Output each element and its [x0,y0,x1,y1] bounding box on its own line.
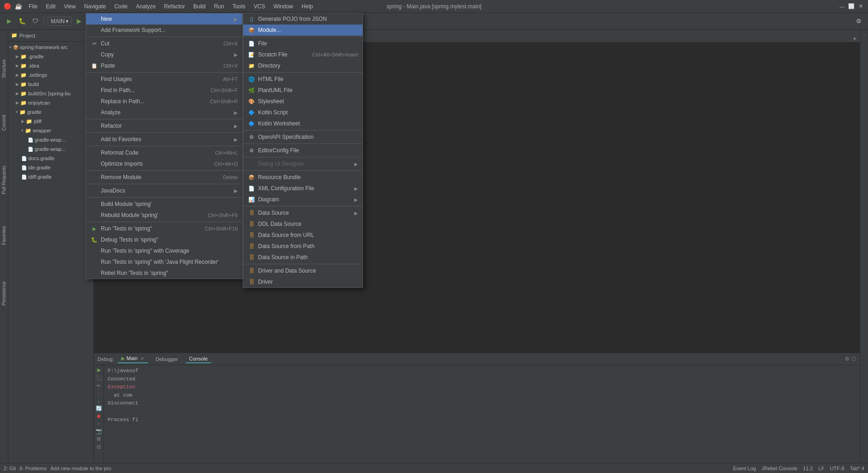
ctx-item-find-path[interactable]: Find in Path... Ctrl+Shift+F [86,85,242,96]
debug-settings-icon[interactable]: ⚙ [845,356,850,362]
minimize-button[interactable]: — [838,3,846,10]
status-problems[interactable]: 6: Problems [19,466,47,471]
status-event-log[interactable]: Event Log [733,466,756,471]
ctx-item-ds-in-path[interactable]: 🗄 Data Source in Path [243,252,363,263]
menu-navigate[interactable]: Navigate [80,2,110,11]
menu-build[interactable]: Build [190,2,209,11]
ctx-item-run-coverage[interactable]: Run 'Tests in 'spring'' with Coverage [86,245,242,256]
ctx-item-data-source[interactable]: 🗄 Data Source ▶ [243,207,363,218]
ctx-item-run-tests[interactable]: ▶ Run 'Tests in 'spring'' Ctrl+Shift+F10 [86,223,242,234]
ctx-item-kotlin-script[interactable]: 🔷 Kotlin Script [243,107,363,118]
ctx-item-rebuild-module[interactable]: Rebuild Module 'spring' Ctrl+Shift+F9 [86,210,242,221]
status-git[interactable]: 2: Git [4,466,16,471]
ctx-item-diagram[interactable]: 📊 Diagram ▶ [243,194,363,205]
tree-item-settings[interactable]: ▶ 📁 .settings [8,70,93,80]
status-jrebel-console[interactable]: JRebel Console [762,466,798,471]
right-panel-toggle[interactable]: › [862,34,867,36]
tree-item-wrapper[interactable]: ▾ 📁 wrapper [8,126,93,135]
ctx-item-ddl-data-source[interactable]: 🗄 DDL Data Source [243,218,363,230]
persistence-tab[interactable]: Persistence [0,280,7,307]
menu-analyze[interactable]: Analyze [132,2,160,11]
ctx-item-driver[interactable]: 🗄 Driver [243,276,363,287]
ctx-item-cut[interactable]: ✂ Cut Ctrl+X [86,38,242,49]
menu-help[interactable]: Help [298,2,317,11]
tree-item-ide-gradle[interactable]: 📄 ide.gradle [8,163,93,172]
tree-item-docs-gradle[interactable]: 📄 docs.gradle [8,154,93,163]
ctx-item-stylesheet[interactable]: 🎨 Stylesheet [243,96,363,107]
ctx-item-directory[interactable]: 📁 Directory [243,60,363,71]
refresh-btn[interactable]: 🔄 [96,405,102,411]
debugger-tab[interactable]: Debugger [152,355,181,363]
collapse-all-btn[interactable]: ⊟ [97,444,101,450]
ctx-item-debug-tests[interactable]: 🐛 Debug 'Tests in 'spring'' [86,234,242,245]
ctx-item-replace-path[interactable]: Replace in Path... Ctrl+Shift+R [86,96,242,107]
tree-item-gradle-folder[interactable]: ▾ 📁 gradle [8,107,93,117]
ctx-item-kotlin-worksheet[interactable]: 🔷 Kotlin Worksheet [243,118,363,129]
ctx-item-reformat[interactable]: Reformat Code Ctrl+Alt+L [86,147,242,158]
ctx-item-javadocs[interactable]: JavaDocs ▶ [86,185,242,196]
tree-item-gradle[interactable]: ▶ 📁 .gradle [8,52,93,61]
tree-item-idiff-gradle[interactable]: 📄 idiff.gradle [8,172,93,181]
ctx-item-driver-ds[interactable]: 🗄 Driver and Data Source [243,265,363,276]
expand-all-btn[interactable]: ⊞ [97,436,101,442]
pull-requests-tab[interactable]: Pull Requests [0,164,7,196]
down-btn[interactable]: ↓ [98,398,100,404]
ctx-item-build-module[interactable]: Build Module 'spring' [86,199,242,210]
ctx-item-analyze[interactable]: Analyze ▶ [86,107,242,118]
tree-item-gradle-wrap1[interactable]: 📄 gradle-wrap... [8,135,93,144]
tree-item-gradle-wrap2[interactable]: 📄 gradle-wrap... [8,144,93,154]
maximize-button[interactable]: ⬜ [848,3,855,10]
tab-overflow[interactable]: ▾ [850,36,860,42]
menu-tools[interactable]: Tools [229,2,249,11]
play-btn[interactable]: ▶ [74,16,85,27]
tree-item-jdiff[interactable]: ▶ 📁 jdiff [8,117,93,126]
ctx-item-new[interactable]: New ▶ [86,13,242,25]
ctx-item-scratch-file[interactable]: 📝 Scratch File Ctrl+Alt+Shift+Insert [243,49,363,60]
close-button[interactable]: ✕ [857,3,864,10]
structure-tab[interactable]: Structure [0,57,7,80]
run-btn[interactable]: ▶ [4,16,15,27]
ctx-item-resource-bundle[interactable]: 📦 Resource Bundle [243,172,363,183]
ctx-item-editorconfig[interactable]: ⚙ EditorConfig File [243,145,363,156]
debug-expand-icon[interactable]: ⬡ [851,356,856,362]
branch-selector[interactable]: MAIN ▾ [48,17,72,26]
ctx-item-optimize[interactable]: Optimize Imports Ctrl+Alt+O [86,158,242,169]
record-btn[interactable]: ⏺ [96,413,101,419]
ctx-item-remove-module[interactable]: Remove Module Delete [86,172,242,183]
menu-file[interactable]: File [25,2,41,11]
debug-run-config[interactable]: ▶ Main ✕ [117,355,148,363]
ctx-item-module[interactable]: 📦 Module... [243,25,363,36]
camera-btn[interactable]: 📷 [96,428,102,434]
ctx-item-xml-config[interactable]: 📄 XML Configuration File ▶ [243,183,363,194]
status-encoding[interactable]: UTF-8 [830,466,844,471]
ctx-item-refactor[interactable]: Refactor ▶ [86,120,242,131]
ctx-item-html-file[interactable]: 🌐 HTML File [243,74,363,85]
ctx-item-rebel-run[interactable]: Rebel Run 'Tests in 'spring'' [86,268,242,279]
menu-vcs[interactable]: VCS [250,2,269,11]
debug-btn[interactable]: 🐛 [17,16,28,27]
status-lf[interactable]: LF [819,466,825,471]
stop-debug-btn[interactable]: ⬛ [96,375,102,381]
up-btn[interactable]: ↑ [98,421,100,426]
ctx-item-ds-from-url[interactable]: 🗄 Data Source from URL [243,230,363,241]
ctx-item-generate-pojo[interactable]: {} Generate POJO from JSON [243,13,363,25]
menu-view[interactable]: View [60,2,80,11]
tree-item-buildsrc[interactable]: ▶ 📁 buildSrc [spring-bu [8,89,93,98]
ctx-item-plantuml[interactable]: 🌿 PlantUML File [243,85,363,96]
tree-item-idea[interactable]: ▶ 📁 .idea [8,61,93,70]
ctx-item-favorites[interactable]: Add to Favorites ▶ [86,134,242,145]
ctx-item-paste[interactable]: 📋 Paste Ctrl+V [86,60,242,71]
tree-item-enjoytcan[interactable]: ▶ 📁 enjoytcan [8,98,93,107]
ctx-item-find-usages[interactable]: Find Usages Alt+F7 [86,74,242,85]
status-indent[interactable]: Tab* 4 [850,466,864,471]
resume-btn[interactable]: ▶ [97,367,101,373]
menu-window[interactable]: Window [270,2,297,11]
menu-edit[interactable]: Edit [42,2,59,11]
ctx-item-openapi[interactable]: ⚙ OpenAPI Specification [243,131,363,143]
edit-btn[interactable]: ✏ [97,383,101,389]
ctx-item-ds-from-path[interactable]: 🗄 Data Source from Path [243,241,363,252]
tree-item-build[interactable]: ▶ 📁 build [8,80,93,89]
favorites-tab[interactable]: Favorites [0,224,7,247]
commit-tab[interactable]: Commit [0,113,7,132]
coverage-btn[interactable]: 🛡 [30,16,41,27]
